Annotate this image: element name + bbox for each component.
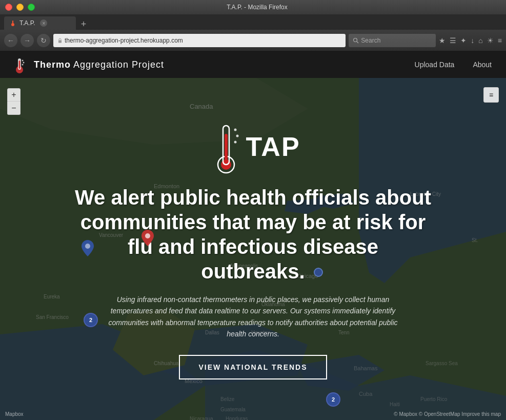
svg-point-42 [234,128,237,131]
svg-point-8 [22,60,24,62]
home-icon[interactable]: ⌂ [478,36,482,45]
cluster-dot-chicago [314,268,323,277]
search-placeholder: Search [361,37,380,44]
map-overlay: TAP We alert public health officials abo… [0,78,506,420]
mapbox-credit: Mapbox [5,411,24,417]
svg-point-10 [22,64,24,66]
osm-credit: © Mapbox © OpenStreetMap Improve this ma… [394,411,501,417]
svg-rect-1 [12,21,13,25]
browser-tab-active[interactable]: T.A.P. × [4,16,76,30]
new-tab-btn[interactable]: + [78,18,89,30]
app-nav-title: Thermo Aggregation Project [34,59,164,70]
nav-about-link[interactable]: About [469,58,496,71]
app-logo-icon [10,55,29,74]
zoom-in-btn[interactable]: + [7,88,21,102]
cluster-marker-sf: 2 [84,313,98,327]
nav-logo-bold: Thermo [34,59,71,70]
search-box[interactable]: Search [349,34,436,47]
browser-tab-bar: T.A.P. × + [0,14,506,30]
nav-upload-link[interactable]: Upload Data [411,58,459,71]
tab-label: T.A.P. [19,19,35,27]
svg-point-45 [145,233,150,238]
hero-subtext: Using infrared non-contact thermometers … [105,294,402,340]
svg-rect-7 [19,61,21,69]
tab-close-btn[interactable]: × [40,19,47,27]
os-titlebar: T.A.P. - Mozilla Firefox [0,0,506,14]
browser-icons: ★ ☰ ✦ ↓ ⌂ ☀ ≡ [439,36,502,45]
hero-tap-label: TAP [246,131,300,162]
red-pin-marker [141,230,154,246]
refresh-btn[interactable]: ↻ [37,34,50,47]
app-nav-links: Upload Data About [411,58,496,71]
svg-line-4 [357,42,358,43]
svg-point-9 [23,62,25,64]
nav-logo-light: Aggregation Project [71,59,164,70]
app-nav: Thermo Aggregation Project Upload Data A… [0,51,506,78]
hero-thermometer-icon [206,118,247,175]
search-icon [353,37,359,44]
pocket-icon[interactable]: ✦ [460,36,467,45]
svg-rect-2 [58,40,62,43]
zoom-out-btn[interactable]: − [7,102,21,115]
cta-button[interactable]: VIEW NATIONAL TRENDS [179,355,327,379]
url-text: thermo-aggregation-project.herokuapp.com [65,37,183,44]
forward-btn[interactable]: → [21,34,34,47]
map-text-toggle-btn[interactable]: ≡ [483,87,499,103]
map-zoom-controls: + − [7,88,21,115]
svg-point-44 [234,141,237,143]
tap-logo: TAP [206,118,300,175]
browser-chrome: ← → ↻ thermo-aggregation-project.herokua… [0,30,506,51]
tab-favicon [9,19,16,27]
app-logo: Thermo Aggregation Project [10,55,164,74]
svg-point-46 [85,244,90,249]
bookmark-star-icon[interactable]: ★ [439,36,446,45]
blue-pin-marker [82,240,94,256]
reader-icon[interactable]: ☰ [450,36,456,45]
svg-point-43 [236,134,239,137]
address-bar[interactable]: thermo-aggregation-project.herokuapp.com [53,34,346,47]
svg-point-3 [354,38,357,42]
download-icon[interactable]: ↓ [471,36,474,45]
back-btn[interactable]: ← [4,34,17,47]
sync-icon[interactable]: ☀ [487,36,494,45]
os-max-btn[interactable] [28,4,35,11]
os-title: T.A.P. - Mozilla Firefox [227,4,287,11]
hero-heading: We alert public health officials about c… [74,185,433,284]
map-hero: Canada Edmonton Vancouver Eureka San Fra… [0,78,506,420]
lock-icon [57,38,63,43]
os-min-btn[interactable] [16,4,24,11]
cluster-marker-bahamas: 2 [326,392,340,407]
os-close-btn[interactable] [5,4,12,11]
menu-icon[interactable]: ≡ [498,36,502,45]
svg-rect-41 [225,134,228,164]
